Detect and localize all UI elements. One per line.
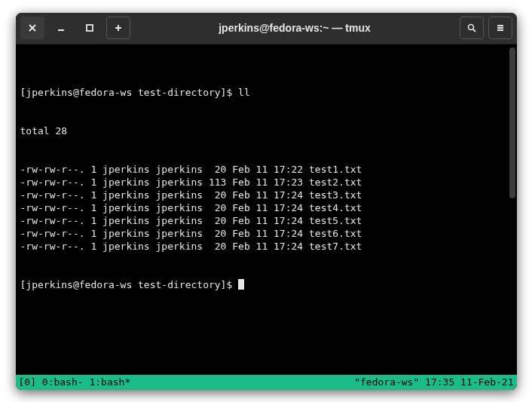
ls-row: -rw-rw-r--. 1 jperkins jperkins 20 Feb 1… xyxy=(20,240,512,253)
ls-output: -rw-rw-r--. 1 jperkins jperkins 20 Feb 1… xyxy=(20,163,512,253)
new-tab-button[interactable] xyxy=(106,17,130,39)
search-icon xyxy=(466,23,477,33)
prompt: [jperkins@fedora-ws test-directory]$ xyxy=(20,87,239,98)
terminal-viewport[interactable]: [jperkins@fedora-ws test-directory]$ ll … xyxy=(16,44,517,375)
ls-row: -rw-rw-r--. 1 jperkins jperkins 20 Feb 1… xyxy=(20,227,512,240)
ls-row: -rw-rw-r--. 1 jperkins jperkins 20 Feb 1… xyxy=(20,214,512,227)
maximize-button[interactable] xyxy=(78,17,102,39)
close-icon xyxy=(27,23,38,33)
plus-icon xyxy=(113,23,124,33)
status-left: [0] 0:bash- 1:bash* xyxy=(19,376,355,388)
hamburger-icon xyxy=(495,23,506,33)
search-button[interactable] xyxy=(460,17,484,39)
scrollbar-thumb[interactable] xyxy=(509,48,515,198)
close-button[interactable] xyxy=(20,17,44,39)
prompt-waiting: [jperkins@fedora-ws test-directory]$ xyxy=(20,279,239,290)
svg-point-1 xyxy=(468,25,473,30)
terminal-window: jperkins@fedora-ws:~ — tmux [jperkins@fe… xyxy=(16,13,517,390)
tmux-statusbar: [0] 0:bash- 1:bash* "fedora-ws" 17:35 11… xyxy=(16,375,517,390)
menu-button[interactable] xyxy=(488,17,512,39)
svg-rect-0 xyxy=(87,25,93,31)
output-total: total 28 xyxy=(20,124,512,137)
ls-row: -rw-rw-r--. 1 jperkins jperkins 20 Feb 1… xyxy=(20,189,512,201)
command-text: ll xyxy=(238,87,250,98)
status-right: "fedora-ws" 17:35 11-Feb-21 xyxy=(354,376,513,388)
cursor xyxy=(238,279,244,290)
ls-row: -rw-rw-r--. 1 jperkins jperkins 20 Feb 1… xyxy=(20,201,512,214)
window-title: jperkins@fedora-ws:~ — tmux xyxy=(135,22,455,34)
minimize-icon xyxy=(56,23,66,33)
titlebar: jperkins@fedora-ws:~ — tmux xyxy=(16,13,517,44)
ls-row: -rw-rw-r--. 1 jperkins jperkins 20 Feb 1… xyxy=(20,163,512,176)
minimize-button[interactable] xyxy=(49,17,73,39)
ls-row: -rw-rw-r--. 1 jperkins jperkins 113 Feb … xyxy=(20,176,512,189)
maximize-icon xyxy=(84,23,95,33)
